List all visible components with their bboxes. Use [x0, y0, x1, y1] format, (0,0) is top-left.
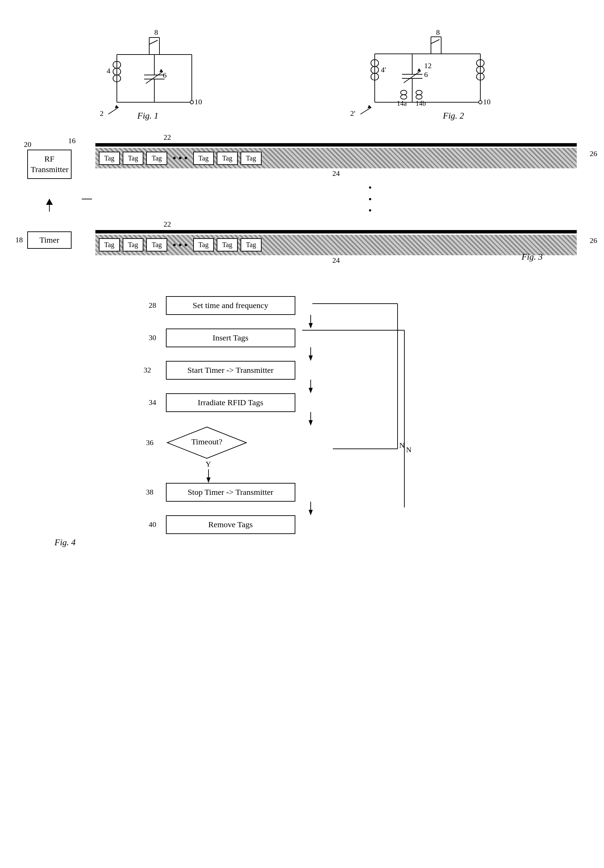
fig4-section: N 28 Set time and frequency 30	[27, 296, 577, 534]
arrow-svg-3	[307, 380, 314, 393]
fig2-node14a-label: 14a	[397, 99, 407, 107]
flow-step-40: 40 Remove Tags	[149, 515, 455, 534]
fig4-flowchart: N 28 Set time and frequency 30	[149, 296, 455, 534]
flow-text-28: Set time and frequency	[193, 301, 268, 310]
fig3-antenna22-top: 22	[164, 133, 171, 142]
flow-num-36: 36	[146, 438, 153, 447]
flow-diamond-36: Timeout?	[166, 426, 248, 460]
flow-box-34: Irradiate RFID Tags	[166, 393, 295, 412]
tag-item-b2: Tag	[122, 238, 144, 251]
tag-item-b3: Tag	[146, 238, 167, 251]
arrow-6	[149, 502, 455, 515]
flow-num-40: 40	[149, 520, 156, 529]
timer-box: Timer	[27, 231, 71, 249]
svg-text:Timeout?: Timeout?	[191, 437, 222, 446]
fig1-node6-label: 6	[163, 71, 167, 79]
fig2-node4p-label: 4'	[381, 65, 386, 74]
svg-marker-52	[206, 477, 211, 483]
fig1-node8-label: 8	[154, 28, 158, 36]
flow-step-36: 36 Timeout?	[149, 426, 455, 460]
flow-box-40: Remove Tags	[166, 515, 295, 534]
arrow-svg-y	[205, 469, 212, 483]
tag-item-6: Tag	[240, 152, 262, 165]
fig1-container: 8	[90, 27, 219, 123]
y-label: Y	[206, 460, 211, 468]
tag-item-1: Tag	[99, 152, 120, 165]
svg-point-35	[479, 101, 482, 104]
fig3-timer-num: 18	[15, 236, 23, 244]
fig2-container: 8 4'	[344, 27, 514, 123]
yn-arrows: Y	[149, 460, 455, 483]
tag-row-bottom: Tag Tag Tag • • • Tag Tag Tag	[95, 235, 577, 255]
fig3-label: Fig. 3	[522, 252, 543, 262]
arrow-svg-2	[307, 347, 314, 361]
arrow-2	[149, 347, 455, 361]
svg-marker-42	[309, 323, 313, 329]
antenna-bar-bottom	[95, 230, 577, 233]
fig3-connector	[82, 143, 92, 255]
flow-num-32: 32	[144, 366, 151, 375]
tag-item-4: Tag	[193, 152, 214, 165]
flow-text-32: Start Timer -> Transmitter	[187, 366, 274, 375]
tag-item-2: Tag	[122, 152, 144, 165]
fig3-row26-bottom: 26	[590, 236, 597, 245]
tag-item-b5: Tag	[217, 238, 238, 251]
flow-box-30: Insert Tags	[166, 329, 295, 347]
flow-box-38: Stop Timer -> Transmitter	[166, 483, 295, 502]
fig1-node2-label: 2	[100, 109, 104, 118]
flow-box-28: Set time and frequency	[166, 296, 295, 315]
fig2-label: Fig. 2	[443, 111, 464, 121]
tag-item-b6: Tag	[240, 238, 262, 251]
fig2-node10-label: 10	[483, 98, 491, 106]
flow-box-32: Start Timer -> Transmitter	[166, 361, 295, 380]
tag-item-b4: Tag	[193, 238, 214, 251]
tag-item-3: Tag	[146, 152, 167, 165]
tag-dots-top: • • •	[170, 153, 190, 164]
rf-transmitter-box: RF Transmitter	[27, 150, 71, 179]
fig2-node2p-label: 2'	[350, 109, 355, 118]
fig3-ref16: 16	[68, 136, 76, 145]
flow-text-30: Insert Tags	[212, 333, 248, 342]
page: 8	[0, 0, 604, 868]
tag-item-5: Tag	[217, 152, 238, 165]
svg-line-17	[108, 107, 119, 114]
fig4-label: Fig. 4	[54, 538, 76, 548]
flow-num-34: 34	[149, 398, 156, 407]
arrow-3	[149, 380, 455, 393]
svg-point-16	[190, 101, 194, 104]
flow-step-34: 34 Irradiate RFID Tags	[149, 393, 455, 412]
fig3-rf-num: 20	[24, 140, 31, 149]
svg-marker-48	[309, 420, 313, 426]
flow-num-38: 38	[146, 488, 153, 496]
fig3-section: 16 20 RF Transmitter 18 Timer	[27, 143, 577, 255]
fig3-left-panel: 20 RF Transmitter 18 Timer	[27, 143, 71, 255]
tag-row-top: Tag Tag Tag • • • Tag Tag Tag	[95, 148, 577, 168]
fig3-antenna22-bottom: 22	[164, 220, 171, 229]
svg-line-22	[431, 40, 440, 43]
arrow-svg-1	[307, 315, 314, 329]
fig3-top-row: 22 26 Tag Tag Tag • • • Tag Tag Tag	[95, 143, 577, 168]
svg-marker-46	[309, 388, 313, 393]
fig1-node4-label: 4	[107, 67, 110, 75]
fig2-node8-label: 8	[436, 28, 440, 36]
antenna-bar-top	[95, 143, 577, 147]
flow-text-40: Remove Tags	[208, 520, 253, 529]
timer-label: Timer	[40, 236, 59, 244]
flow-text-38: Stop Timer -> Transmitter	[188, 488, 274, 496]
fig3-vertical-dots: •••	[164, 182, 577, 216]
flow-step-32: 32 Start Timer -> Transmitter	[149, 361, 455, 380]
tag-dots-bottom: • • •	[170, 240, 190, 251]
svg-line-36	[361, 107, 371, 114]
tag-item-b1: Tag	[99, 238, 120, 251]
fig1-label: Fig. 1	[137, 111, 158, 121]
flow-num-28: 28	[149, 301, 156, 310]
fig3-belt24-bottom: 24	[333, 256, 340, 265]
fig3-belt24-top: 24	[333, 169, 340, 178]
fig1-svg: 8	[90, 27, 219, 123]
y-arrow: Y	[205, 460, 212, 483]
fig2-svg: 8 4'	[344, 27, 514, 123]
svg-line-3	[149, 40, 158, 44]
arrow-1	[149, 315, 455, 329]
flow-text-34: Irradiate RFID Tags	[198, 398, 263, 407]
flow-step-30: 30 Insert Tags	[149, 329, 455, 347]
